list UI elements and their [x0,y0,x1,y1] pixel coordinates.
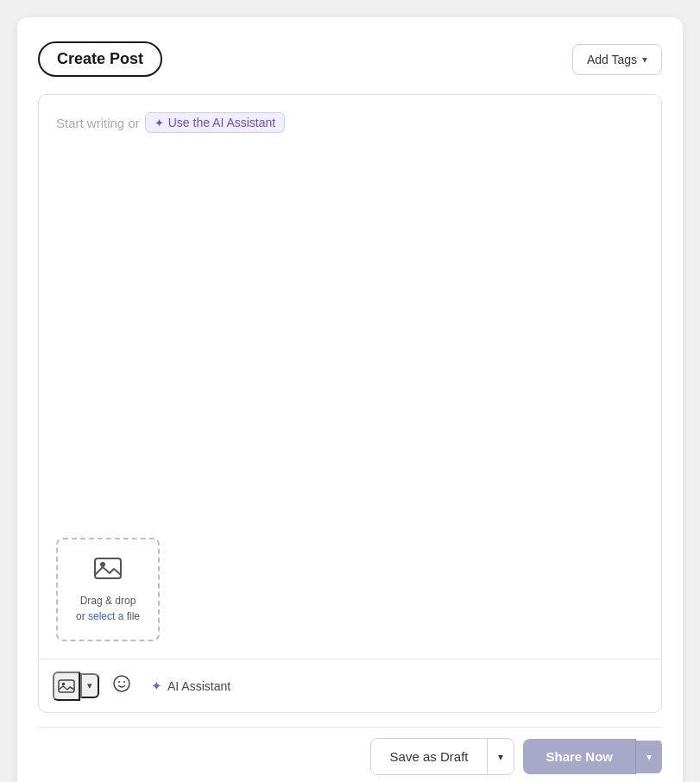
editor-placeholder: Start writing or ✦ Use the AI Assistant [56,112,644,133]
svg-point-4 [114,676,129,691]
file-dropzone[interactable]: Drag & drop or select a file [56,538,160,641]
share-now-button[interactable]: Share Now [523,739,636,774]
select-file-link[interactable]: select a [88,610,127,622]
chevron-down-icon: ▾ [642,54,647,66]
page-title: Create Post [38,41,162,77]
dropzone-line1: Drag & drop [80,595,136,607]
wand-icon: ✦ [155,117,164,129]
save-draft-dropdown-button[interactable]: ▾ [488,741,514,773]
ai-assistant-toolbar-button[interactable]: ✦ AI Assistant [144,673,237,699]
footer-actions: Save as Draft ▾ Share Now ▾ [38,727,662,775]
svg-point-5 [118,681,120,683]
ai-assistant-inline-button[interactable]: ✦ Use the AI Assistant [145,112,286,133]
svg-point-3 [62,682,66,685]
page-container: Create Post Add Tags ▾ Start writing or … [17,17,683,782]
save-draft-button[interactable]: Save as Draft [371,739,489,774]
placeholder-text: Start writing or [56,116,140,130]
editor-container: Start writing or ✦ Use the AI Assistant … [38,94,662,713]
emoji-button[interactable] [106,670,137,702]
editor-toolbar: ▾ ✦ AI Assistant [39,659,661,712]
dropzone-text: Drag & drop or select a file [76,593,140,624]
svg-point-6 [123,681,125,683]
share-now-group: Share Now ▾ [523,739,662,774]
editor-area[interactable]: Start writing or ✦ Use the AI Assistant [39,95,661,538]
photo-chevron-icon: ▾ [87,680,92,691]
svg-rect-0 [95,558,121,578]
svg-rect-2 [59,680,74,692]
photo-button[interactable] [53,672,80,701]
add-tags-label: Add Tags [587,53,637,66]
save-draft-group: Save as Draft ▾ [370,738,515,775]
header: Create Post Add Tags ▾ [38,41,662,77]
ai-assistant-toolbar-label: AI Assistant [167,679,230,693]
emoji-icon [113,675,130,697]
share-now-chevron-icon: ▾ [646,751,652,763]
ai-wand-toolbar-icon: ✦ [151,678,162,694]
photo-button-group: ▾ [53,672,99,701]
dropzone-line2: or [76,610,85,622]
photo-dropdown-button[interactable]: ▾ [80,673,99,698]
ai-assistant-inline-label: Use the AI Assistant [168,116,276,129]
image-icon [94,556,122,586]
save-draft-chevron-icon: ▾ [498,751,503,763]
add-tags-button[interactable]: Add Tags ▾ [572,44,662,75]
share-now-dropdown-button[interactable]: ▾ [636,741,662,773]
